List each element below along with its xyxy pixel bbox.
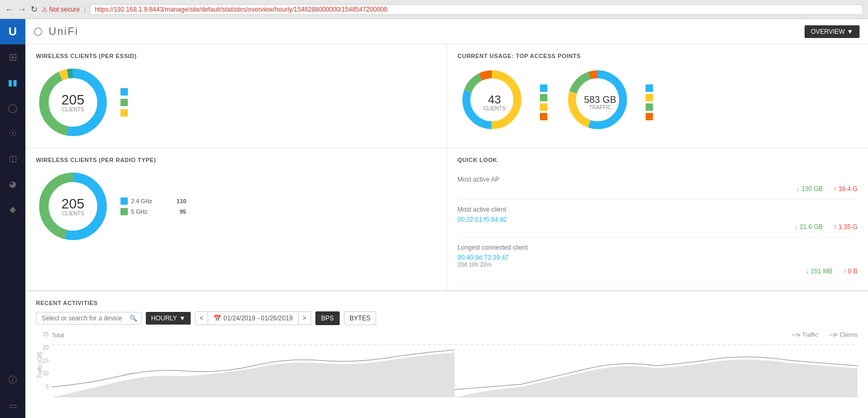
overview-label: OVERVIEW — [811, 28, 845, 35]
sidebar-item-info[interactable]: ⓘ — [0, 367, 25, 393]
ap-legend-blue — [540, 84, 547, 92]
traffic-donut-wrapper: 583 GB TRAFFIC — [563, 65, 653, 139]
chart-container: 25 20 15 10 5 Total ∼⊳ Traffic ∼⊳ Clien — [36, 331, 857, 399]
sidebar-logo: U — [0, 19, 25, 44]
security-warning: ⚠ Not secure — [42, 6, 80, 13]
sidebar-item-reports[interactable]: ◫ — [0, 146, 25, 171]
usage-charts: 43 CLIENTS — [458, 65, 857, 139]
radio-value-24: 110 — [176, 198, 186, 204]
ap-traffic-label: 583 GB TRAFFIC — [584, 95, 616, 110]
back-button[interactable]: ← — [5, 5, 14, 14]
y-label-20: 20 — [36, 345, 49, 350]
sidebar-item-stats[interactable]: ▮▮ — [0, 70, 25, 95]
left-chart — [52, 350, 455, 397]
longest-connected-label: Longest connected client — [458, 244, 857, 251]
down-arrow-icon: ↓ — [797, 185, 800, 193]
ap-legend-yellow — [540, 103, 547, 111]
calendar-icon: 📅 — [213, 315, 221, 322]
traffic-legend-blue — [646, 84, 653, 92]
search-wrapper: 🔍 — [36, 312, 142, 325]
overview-button[interactable]: OVERVIEW ▼ — [805, 25, 860, 38]
hourly-button[interactable]: HOURLY ▼ — [146, 312, 191, 325]
longest-connected-link[interactable]: 00:40:9d:73:39:47 — [458, 254, 509, 261]
bps-button[interactable]: BPS — [315, 311, 340, 325]
next-date-button[interactable]: > — [298, 312, 311, 325]
sidebar-item-search[interactable]: ☉ — [0, 120, 25, 146]
date-range-text: 01/24/2019 - 01/26/2019 — [223, 315, 293, 322]
most-active-client-item: Most active client 00:22:61:f5:84:d2 ↓ 2… — [458, 200, 857, 238]
quick-look-section: Most active AP ↓ 130 GB ↑ 16.4 G — [458, 169, 857, 282]
url-bar[interactable]: https://192.168.1.9:8443/manage/site/def… — [90, 4, 863, 15]
sidebar-item-dashboard[interactable]: ⊞ — [0, 44, 25, 70]
legend-color-yellow — [120, 109, 128, 117]
y-axis-label: Traffic [GB] — [37, 352, 43, 378]
wireless-radio-panel: WIRELESS CLIENTS (PER RADIO TYPE) 205 — [25, 148, 447, 290]
essid-unit: CLIENTS — [61, 107, 84, 112]
legend-color-green — [120, 99, 128, 106]
y-label-5: 5 — [36, 384, 49, 390]
most-active-ap-up: ↑ 16.4 G — [834, 185, 857, 193]
logo-icon: U — [8, 25, 17, 39]
most-active-client-up: ↑ 1.35 G — [834, 223, 857, 231]
date-range-label: 📅 01/24/2019 - 01/26/2019 — [208, 312, 298, 325]
radio-color-green — [120, 208, 128, 215]
activities-title: RECENT ACTIVITIES — [36, 300, 857, 306]
date-nav: < 📅 01/24/2019 - 01/26/2019 > — [195, 311, 311, 325]
clients-donut-wrapper: 43 CLIENTS — [458, 65, 547, 139]
most-active-client-stats: ↓ 21.6 GB ↑ 1.35 G — [458, 223, 857, 231]
most-active-client-down: ↓ 21.6 GB — [795, 223, 823, 231]
radio-total: 205 — [61, 197, 84, 211]
traffic-legend-yellow — [646, 94, 653, 101]
sidebar-item-events[interactable]: ◕ — [0, 171, 25, 196]
legend-item-2 — [120, 99, 128, 106]
longest-connected-duration: 20d 10h 22m — [458, 261, 857, 268]
radio-label-24: 2.4 GHz — [131, 198, 152, 204]
essid-total: 205 — [61, 93, 84, 107]
radio-unit: CLIENTS — [61, 211, 84, 216]
sidebar-item-shield[interactable]: ◆ — [0, 196, 25, 222]
radio-color-blue — [120, 197, 128, 205]
chart-svg — [52, 339, 857, 397]
most-active-client-link[interactable]: 00:22:61:f5:84:d2 — [458, 216, 507, 223]
unifi-spinner-icon — [34, 27, 42, 36]
traffic-label: ∼⊳ Traffic — [791, 331, 818, 338]
ap-traffic-legend — [646, 84, 653, 120]
ap-traffic-donut: 583 GB TRAFFIC — [563, 65, 637, 139]
browser-chrome: ← → ↻ ⚠ Not secure | https://192.168.1.9… — [0, 0, 868, 19]
unifi-logo: UniFi — [49, 25, 79, 37]
quick-look-title: QUICK LOOK — [458, 157, 857, 163]
sidebar-item-calendar[interactable]: ▭ — [0, 393, 25, 418]
ap-clients-unit: CLIENTS — [483, 106, 506, 111]
forward-button[interactable]: → — [18, 5, 26, 14]
search-icon: 🔍 — [129, 315, 137, 322]
up-arrow-icon-2: ↑ — [834, 223, 837, 231]
sidebar: U ⊞ ▮▮ ◯ ☉ ◫ ◕ ◆ ⓘ ▭ — [0, 19, 25, 418]
bytes-button[interactable]: BYTES — [344, 311, 376, 325]
wireless-essid-title: WIRELESS CLIENTS (PER ESSID) — [36, 53, 436, 59]
clients-label: ∼⊳ Clients — [828, 331, 857, 338]
quick-look-panel: QUICK LOOK Most active AP ↓ 130 GB ↑ — [447, 148, 868, 290]
refresh-button[interactable]: ↻ — [31, 4, 38, 14]
wireless-radio-title: WIRELESS CLIENTS (PER RADIO TYPE) — [36, 157, 436, 163]
current-usage-title: CURRENT USAGE: TOP ACCESS POINTS — [458, 53, 857, 59]
prev-date-button[interactable]: < — [195, 312, 208, 325]
bottom-sections: WIRELESS CLIENTS (PER RADIO TYPE) 205 — [25, 148, 868, 291]
most-active-ap-label: Most active AP — [458, 176, 857, 183]
chart-area: Total ∼⊳ Traffic ∼⊳ Clients — [52, 331, 857, 399]
ap-clients-label: 43 CLIENTS — [483, 94, 506, 111]
traffic-legend-orange — [646, 113, 653, 120]
most-active-ap-stats: ↓ 130 GB ↑ 16.4 G — [458, 185, 857, 193]
search-input[interactable] — [36, 312, 142, 325]
ap-traffic-unit: TRAFFIC — [584, 104, 616, 110]
down-arrow-icon-3: ↓ — [806, 268, 809, 275]
right-chart — [455, 357, 858, 397]
sidebar-item-users[interactable]: ◯ — [0, 95, 25, 120]
longest-connected-item: Longest connected client 00:40:9d:73:39:… — [458, 238, 857, 282]
ap-legend-orange — [540, 113, 547, 120]
radio-donut-container: 205 CLIENTS 2.4 GHz 110 5 GHz — [36, 169, 436, 243]
legend-color-blue — [120, 88, 128, 96]
most-active-client-label: Most active client — [458, 206, 857, 213]
most-active-ap-item: Most active AP ↓ 130 GB ↑ 16.4 G — [458, 169, 857, 200]
radio-value-5: 95 — [180, 208, 186, 215]
longest-connected-down: ↓ 151 MB — [806, 268, 833, 275]
